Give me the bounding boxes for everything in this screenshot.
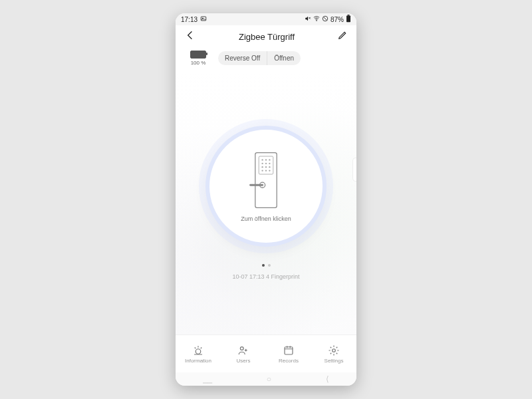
users-icon (237, 344, 249, 356)
svg-point-20 (261, 170, 263, 171)
tab-settings[interactable]: Settings (311, 335, 356, 372)
tab-records-label: Records (279, 358, 299, 364)
svg-line-6 (323, 17, 327, 21)
mute-icon (305, 15, 311, 23)
calendar-icon (283, 344, 295, 356)
svg-point-16 (269, 163, 270, 164)
android-status-bar: 17:13 87% (176, 13, 356, 25)
svg-point-24 (196, 348, 201, 354)
toggle-open[interactable]: Öffnen (267, 51, 301, 65)
toggle-reverse-off[interactable]: Reverse Off (218, 51, 267, 65)
status-battery-percent: 87% (331, 16, 344, 23)
page-indicator (262, 264, 271, 267)
svg-rect-8 (348, 15, 350, 16)
nav-recent[interactable]: ⎯⎯ (203, 374, 212, 384)
tab-information-label: Information (185, 358, 211, 364)
battery-level-icon (190, 51, 206, 59)
svg-rect-10 (259, 156, 273, 174)
wifi-icon (313, 15, 320, 23)
svg-point-25 (240, 346, 243, 350)
android-nav-bar: ⎯⎯ ○ ⟨ (176, 372, 356, 386)
svg-rect-7 (346, 16, 350, 23)
svg-point-14 (261, 163, 263, 164)
main-area: Zum öffnen klicken 10-07 17:13 4 Fingerp… (176, 71, 356, 334)
unlock-caption: Zum öffnen klicken (241, 215, 291, 222)
svg-point-19 (269, 166, 270, 168)
gear-icon (328, 344, 340, 356)
door-lock-icon (247, 150, 285, 210)
alarm-icon (192, 344, 204, 356)
svg-point-21 (265, 170, 267, 171)
tab-users-label: Users (237, 358, 251, 364)
svg-point-22 (269, 170, 270, 171)
unlock-button[interactable]: Zum öffnen klicken (205, 126, 327, 247)
status-time: 17:13 (181, 16, 198, 23)
svg-point-27 (332, 348, 336, 352)
side-handle[interactable] (352, 158, 356, 182)
device-battery: 100 % (185, 51, 211, 66)
page-title: Zigbee Türgriff (239, 32, 295, 42)
svg-point-13 (269, 159, 270, 160)
app-header: Zigbee Türgriff (176, 25, 356, 48)
svg-point-4 (317, 21, 317, 21)
nav-home[interactable]: ○ (267, 374, 271, 384)
svg-rect-9 (255, 153, 277, 208)
bottom-tab-bar: Information Users Records Settings (176, 334, 356, 372)
pager-dot-2 (268, 264, 271, 267)
back-button[interactable] (185, 30, 196, 43)
svg-rect-26 (285, 346, 293, 354)
tab-records[interactable]: Records (266, 335, 311, 372)
svg-point-15 (265, 163, 267, 164)
tab-information[interactable]: Information (176, 335, 221, 372)
pager-dot-1 (262, 264, 265, 267)
tab-users[interactable]: Users (221, 335, 266, 372)
reverse-open-toggle[interactable]: Reverse Off Öffnen (218, 51, 301, 65)
last-event-log: 10-07 17:13 4 Fingerprint (232, 273, 299, 280)
tab-settings-label: Settings (325, 358, 344, 364)
edit-button[interactable] (338, 31, 347, 43)
device-status-row: 100 % Reverse Off Öffnen (176, 48, 356, 71)
nav-back[interactable]: ⟨ (326, 374, 329, 384)
image-indicator-icon (200, 15, 207, 23)
svg-point-17 (261, 166, 263, 168)
battery-icon (346, 15, 351, 24)
phone-frame: 17:13 87% Zigbee Türgriff (176, 13, 356, 386)
svg-point-12 (265, 159, 267, 160)
battery-level-text: 100 % (191, 60, 206, 66)
svg-point-18 (265, 166, 267, 168)
svg-point-11 (261, 159, 263, 160)
no-sim-icon (322, 15, 329, 23)
